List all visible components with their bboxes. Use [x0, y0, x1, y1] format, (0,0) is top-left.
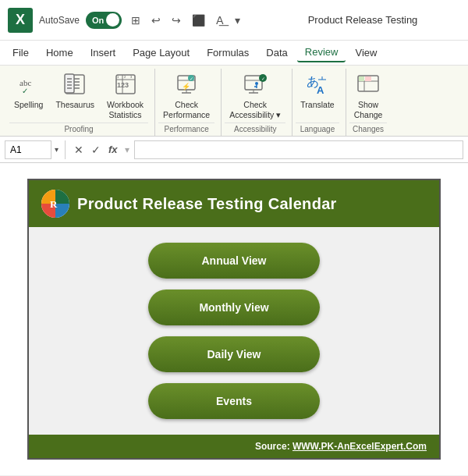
performance-label: Performance [158, 123, 214, 136]
check-accessibility-button[interactable]: ✓ CheckAccessibility ▾ [225, 72, 285, 121]
monthly-view-button[interactable]: Monthly View [148, 290, 320, 325]
svg-text:A: A [317, 84, 324, 95]
excel-logo: X [8, 8, 33, 33]
svg-text:✓: ✓ [22, 87, 28, 95]
ribbon-group-proofing: abc ✓ Spelling [6, 69, 155, 136]
thesaurus-icon [64, 73, 86, 98]
svg-point-32 [255, 82, 258, 85]
thesaurus-label: Thesaurus [55, 100, 94, 110]
check-performance-label: CheckPerformance [163, 100, 210, 119]
menu-home[interactable]: Home [38, 44, 81, 62]
title-bar-icons: ⊞ ↩ ↪ ⬛ A͟ ▾ [128, 12, 243, 28]
insert-function-icon[interactable]: fx [106, 144, 120, 155]
show-changes-button[interactable]: ShowChange [349, 72, 388, 121]
redo-icon[interactable]: ↪ [168, 12, 184, 28]
sheet-container: R Product Release Testing Calendar Annua… [0, 163, 468, 475]
cancel-formula-icon[interactable]: ✕ [72, 144, 86, 156]
changes-label: Changes [349, 123, 388, 136]
formula-caret-icon: ▾ [123, 144, 131, 155]
cell-reference[interactable]: A1 [5, 140, 51, 159]
accessibility-label: Accessibility [225, 123, 285, 136]
events-button[interactable]: Events [148, 383, 320, 419]
sheet-title: Product Release Testing Calendar [77, 195, 337, 213]
spelling-button[interactable]: abc ✓ Spelling [9, 72, 48, 112]
sheet-header: R Product Release Testing Calendar [29, 180, 439, 227]
svg-rect-7 [65, 74, 74, 93]
formula-bar: A1 ▾ ✕ ✓ fx ▾ [0, 137, 468, 163]
check-performance-button[interactable]: ⚡ ✓ CheckPerformance [158, 72, 214, 121]
annual-view-button[interactable]: Annual View [148, 243, 320, 279]
sheet-footer: Source: WWW.PK-AnExcelExpert.Com [29, 435, 439, 458]
font-color-icon[interactable]: A͟ [213, 12, 227, 28]
svg-text:✓: ✓ [190, 76, 193, 81]
menu-file[interactable]: File [5, 44, 37, 62]
language-label: Language [296, 123, 339, 136]
svg-text:✓: ✓ [261, 76, 265, 81]
undo-icon[interactable]: ↩ [148, 12, 164, 28]
thesaurus-button[interactable]: Thesaurus [51, 72, 99, 112]
formula-divider [65, 140, 66, 159]
ribbon-group-language: あ A Translate Language [292, 69, 346, 136]
menu-review[interactable]: Review [297, 43, 346, 62]
grid-icon[interactable]: ⬛ [189, 12, 208, 28]
footer-url: WWW.PK-AnExcelExpert.Com [292, 441, 427, 452]
workbook-stats-button[interactable]: 1 2 3 123 WorkbookStatistics [102, 72, 148, 121]
svg-text:R: R [50, 198, 58, 210]
show-changes-icon [356, 73, 380, 98]
document-title: Product Release Testing [265, 14, 460, 26]
translate-button[interactable]: あ A Translate [296, 72, 339, 112]
ribbon: abc ✓ Spelling [0, 66, 468, 137]
autosave-label: AutoSave [39, 15, 80, 26]
spelling-icon: abc ✓ [18, 73, 40, 98]
title-bar: X AutoSave On ⊞ ↩ ↪ ⬛ A͟ ▾ Product Relea… [0, 0, 468, 41]
check-accessibility-icon: ✓ [243, 73, 268, 98]
svg-text:123: 123 [117, 81, 129, 89]
toggle-text: On [92, 16, 104, 25]
check-accessibility-label: CheckAccessibility ▾ [229, 100, 281, 119]
translate-icon: あ A [306, 73, 329, 98]
svg-text:⚡: ⚡ [182, 82, 191, 91]
sheet-card: R Product Release Testing Calendar Annua… [27, 179, 441, 460]
menu-data[interactable]: Data [258, 44, 295, 62]
footer-text: Source: WWW.PK-AnExcelExpert.Com [255, 441, 427, 452]
menu-insert[interactable]: Insert [83, 44, 124, 62]
menu-page-layout[interactable]: Page Layout [125, 44, 197, 62]
show-changes-label: ShowChange [354, 100, 383, 119]
formula-input[interactable] [134, 140, 463, 159]
sheet-body: Annual View Monthly View Daily View Even… [29, 227, 439, 435]
quick-access-icon[interactable]: ⊞ [128, 12, 144, 28]
menu-bar: File Home Insert Page Layout Formulas Da… [0, 41, 468, 66]
workbook-stats-icon: 1 2 3 123 [115, 73, 136, 98]
spelling-label: Spelling [14, 100, 43, 110]
toggle-knob [106, 13, 119, 27]
svg-rect-44 [359, 76, 364, 81]
more-icon[interactable]: ▾ [232, 12, 243, 28]
menu-formulas[interactable]: Formulas [199, 44, 257, 62]
proofing-label: Proofing [9, 123, 148, 136]
svg-rect-45 [365, 76, 371, 81]
sheet-logo: R [41, 190, 69, 218]
workbook-stats-label: WorkbookStatistics [107, 100, 144, 119]
menu-view[interactable]: View [347, 44, 385, 62]
ribbon-group-accessibility: ✓ CheckAccessibility ▾ Accessibility [222, 69, 292, 136]
autosave-toggle[interactable]: On [86, 12, 122, 29]
cell-options-icon[interactable]: ▾ [55, 145, 58, 154]
ribbon-group-performance: ⚡ ✓ CheckPerformance Performance [155, 69, 222, 136]
daily-view-button[interactable]: Daily View [148, 336, 320, 372]
ribbon-group-changes: ShowChange Changes [346, 69, 394, 136]
check-performance-icon: ⚡ ✓ [176, 73, 197, 98]
confirm-formula-icon[interactable]: ✓ [89, 144, 103, 156]
translate-label: Translate [300, 100, 334, 110]
